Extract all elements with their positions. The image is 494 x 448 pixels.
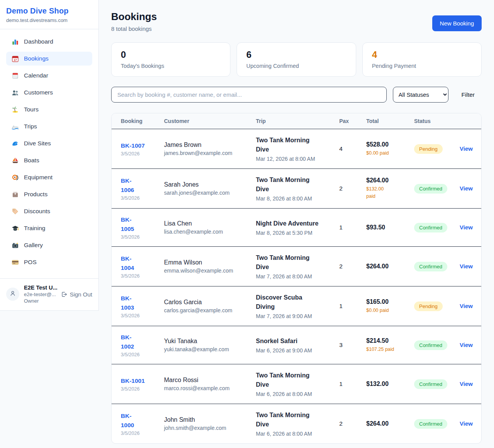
sidebar-item-boats[interactable]: Boats (6, 153, 92, 167)
sidebar-item-label: Dashboard (24, 38, 53, 45)
view-link[interactable]: View (460, 185, 473, 192)
credit-card-icon (12, 259, 19, 266)
sidebar-item-bookings[interactable]: 17 Bookings (6, 52, 92, 66)
pax-count: 2 (339, 263, 366, 270)
customer-email: james.brown@example.com (164, 150, 252, 156)
booking-created-date: 3/5/2026 (121, 431, 160, 436)
total-amount: $214.50 (366, 337, 410, 344)
status-filter-select[interactable]: All Statuses (393, 87, 448, 103)
sidebar-item-label: Tours (24, 106, 39, 113)
trip-name: Night Dive Adventure (256, 219, 335, 228)
sidebar-item-products[interactable]: Products (6, 187, 92, 201)
brand-title: Demo Dive Shop (6, 7, 92, 15)
sidebar-item-dive-sites[interactable]: Dive Sites (6, 136, 92, 150)
trip-name: Snorkel Safari (256, 337, 335, 346)
sidebar-item-customers[interactable]: Customers (6, 86, 92, 99)
booking-id-link[interactable]: BK- 1004 (121, 254, 134, 273)
sidebar-item-tours[interactable]: Tours (6, 103, 92, 116)
customer-name: John Smith (164, 416, 252, 423)
sidebar-item-gallery[interactable]: Gallery (6, 238, 92, 252)
trip-datetime: Mar 7, 2026 at 8:00 AM (256, 273, 335, 280)
status-badge: Pending (414, 144, 443, 154)
trip-datetime: Mar 8, 2026 at 8:00 AM (256, 195, 335, 202)
booking-id-link[interactable]: BK- 1003 (121, 294, 134, 312)
status-badge: Confirmed (414, 184, 447, 194)
view-link[interactable]: View (460, 224, 473, 231)
customer-name: Marco Rossi (164, 377, 252, 384)
column-header-pax: Pax (339, 118, 366, 124)
customer-email: lisa.chen@example.com (164, 229, 252, 235)
booking-id-link[interactable]: BK- 1005 (121, 215, 134, 234)
view-link[interactable]: View (460, 263, 473, 269)
booking-created-date: 3/5/2026 (121, 234, 160, 240)
customer-name: Sarah Jones (164, 181, 252, 188)
stat-label: Today's Bookings (121, 63, 221, 69)
status-badge: Confirmed (414, 262, 447, 271)
booking-created-date: 3/5/2026 (121, 151, 160, 157)
stat-card-today-s-bookings: 0 Today's Bookings (111, 42, 230, 77)
sidebar-item-label: Calendar (24, 72, 48, 79)
total-amount: $264.00 (366, 263, 410, 270)
filter-button[interactable]: Filter (455, 91, 482, 98)
table-row: BK- 1003 3/5/2026 Carlos Garcia carlos.g… (112, 286, 481, 326)
customer-email: emma.wilson@example.com (164, 268, 252, 274)
paid-amount: $107.25 paid (366, 346, 410, 353)
sign-out-button[interactable]: Sign Out (61, 291, 92, 298)
view-link[interactable]: View (460, 381, 473, 387)
sidebar-item-label: Products (24, 191, 47, 198)
booking-id-link[interactable]: BK- 1002 (121, 333, 134, 351)
new-booking-button[interactable]: New Booking (432, 15, 482, 31)
table-row: BK- 1002 3/5/2026 Yuki Tanaka yuki.tanak… (112, 326, 481, 364)
speedboat-icon (12, 123, 19, 130)
table-row: BK-1007 3/5/2026 James Brown james.brown… (112, 129, 481, 169)
view-link[interactable]: View (460, 303, 473, 309)
pax-count: 2 (339, 420, 366, 427)
customer-name: Lisa Chen (164, 220, 252, 227)
booking-id-link[interactable]: BK- 1006 (121, 176, 134, 195)
stat-value: 6 (246, 49, 346, 60)
trip-datetime: Mar 6, 2026 at 9:00 AM (256, 347, 335, 354)
sidebar-item-label: Trips (24, 123, 37, 130)
stat-card-upcoming-confirmed: 6 Upcoming Confirmed (237, 42, 356, 77)
paid-amount: $132.00 paid (366, 185, 410, 200)
table-body: BK-1007 3/5/2026 James Brown james.brown… (112, 129, 481, 443)
sidebar-item-trips[interactable]: Trips (6, 120, 92, 133)
sidebar-item-training[interactable]: Training (6, 221, 92, 235)
sidebar-item-discounts[interactable]: Discounts (6, 204, 92, 218)
calendar-icon (12, 72, 19, 79)
sailboat-icon (12, 157, 19, 164)
view-link[interactable]: View (460, 342, 473, 348)
sidebar: Demo Dive Shop demo.test.divestreams.com… (0, 0, 99, 311)
sidebar-item-equipment[interactable]: Equipment (6, 170, 92, 184)
sidebar-item-label: Gallery (24, 242, 43, 249)
booking-id-link[interactable]: BK-1007 (121, 141, 145, 150)
column-header-booking: Booking (121, 118, 164, 124)
total-amount: $93.50 (366, 224, 410, 231)
sidebar-item-calendar[interactable]: Calendar (6, 69, 92, 83)
customer-email: john.smith@example.com (164, 425, 252, 431)
sidebar-item-pos[interactable]: POS (6, 255, 92, 269)
search-input[interactable] (111, 87, 387, 103)
pax-count: 2 (339, 185, 366, 192)
booking-id-link[interactable]: BK- 1000 (121, 411, 134, 430)
view-link[interactable]: View (460, 420, 473, 427)
trip-name: Two Tank Morning Dive (256, 136, 335, 154)
pax-count: 1 (339, 224, 366, 231)
island-icon (12, 106, 19, 113)
sidebar-item-label: Discounts (24, 208, 50, 215)
column-header-total: Total (366, 118, 414, 124)
calendar-date-icon: 17 (12, 55, 19, 62)
column-header-status: Status (414, 118, 460, 124)
sidebar-item-dashboard[interactable]: Dashboard (6, 35, 92, 49)
column-header-customer: Customer (164, 118, 256, 124)
status-badge: Confirmed (414, 419, 447, 429)
booking-id-link[interactable]: BK-1001 (121, 376, 145, 386)
table-row: BK- 1000 3/5/2026 John Smith john.smith@… (112, 404, 481, 443)
table-row: BK- 1005 3/5/2026 Lisa Chen lisa.chen@ex… (112, 209, 481, 247)
pax-count: 4 (339, 145, 366, 152)
view-link[interactable]: View (460, 145, 473, 152)
trip-name: Two Tank Morning Dive (256, 253, 335, 272)
page-header: Bookings 8 total bookings New Booking (111, 11, 482, 32)
bookings-table: BookingCustomerTripPaxTotalStatus BK-100… (111, 113, 482, 444)
trip-datetime: Mar 12, 2026 at 8:00 AM (256, 156, 335, 162)
